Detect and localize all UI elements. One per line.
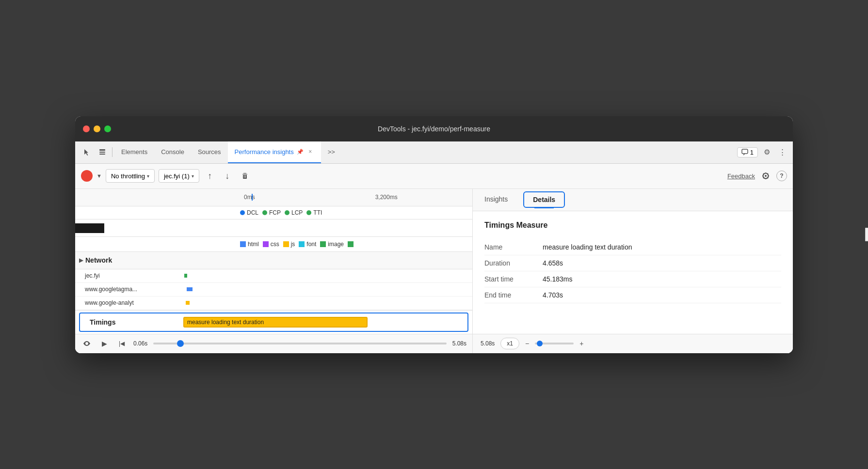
- close-button[interactable]: [83, 125, 90, 132]
- css-label: css: [271, 241, 279, 248]
- settings-icon[interactable]: ⚙: [760, 145, 773, 159]
- toolbar-help-icon[interactable]: ?: [776, 171, 787, 181]
- tab-console[interactable]: Console: [154, 141, 191, 163]
- legend-area: html css js font: [75, 237, 472, 252]
- zoom-in-icon[interactable]: +: [579, 340, 583, 347]
- fcp-label: FCP: [269, 209, 281, 216]
- throttling-select[interactable]: No throttling ▾: [106, 169, 155, 183]
- minimize-button[interactable]: [94, 125, 100, 132]
- legend-html: html: [240, 241, 259, 248]
- more-icon[interactable]: ⋮: [775, 145, 789, 159]
- network-item-name: jec.fyi: [85, 272, 182, 279]
- font-color: [299, 241, 305, 247]
- timings-section[interactable]: Timings measure loading text duration: [79, 313, 468, 332]
- svg-rect-3: [742, 149, 748, 154]
- devtools-window: DevTools - jec.fyi/demo/perf-measure Ele…: [75, 116, 793, 353]
- inspect-icon[interactable]: [95, 144, 110, 160]
- list-item[interactable]: www.googletagma...: [75, 283, 472, 297]
- throttling-arrow: ▾: [147, 173, 149, 179]
- chat-badge[interactable]: 1: [737, 147, 758, 157]
- lcp-label: LCP: [291, 209, 303, 216]
- right-bottom-bar: 5.08s x1 − +: [473, 334, 793, 353]
- throttling-label: No throttling: [111, 172, 145, 180]
- timeline-bar: [75, 219, 472, 237]
- timing-bar-text: measure loading text duration: [187, 319, 264, 326]
- tab-insights[interactable]: Insights: [473, 188, 519, 211]
- other-color: [348, 241, 354, 247]
- tab-elements[interactable]: Elements: [114, 141, 154, 163]
- svg-rect-2: [99, 154, 105, 155]
- details-table: Name measure loading text duration Durat…: [484, 239, 781, 303]
- list-item[interactable]: www.google-analyt: [75, 297, 472, 310]
- milestone-tti: TTI: [306, 209, 322, 216]
- speed-label: x1: [507, 340, 513, 347]
- target-select[interactable]: jec.fyi (1) ▾: [159, 169, 199, 183]
- record-dropdown[interactable]: ▼: [96, 173, 102, 179]
- bottom-bar: ▶ |◀ 0.06s 5.08s: [75, 334, 472, 353]
- speed-pill[interactable]: x1: [500, 338, 519, 349]
- html-label: html: [248, 241, 259, 248]
- zoom-thumb[interactable]: [537, 341, 543, 346]
- network-header: ▶ Network: [75, 252, 472, 269]
- tab-performance-insights[interactable]: Performance insights 📌 ×: [228, 141, 321, 163]
- download-btn[interactable]: ↓: [221, 169, 234, 183]
- target-label: jec.fyi (1): [164, 172, 190, 180]
- details-label: Details: [533, 196, 555, 203]
- time-end-label: 5.08s: [452, 340, 466, 347]
- maximize-button[interactable]: [104, 125, 111, 132]
- eye-btn[interactable]: [81, 338, 93, 349]
- details-val-duration: 4.658s: [543, 259, 781, 267]
- tab-details[interactable]: Details: [523, 191, 565, 208]
- details-val-start: 45.183ms: [543, 275, 781, 283]
- list-item[interactable]: jec.fyi: [75, 269, 472, 283]
- timings-row: Timings measure loading text duration: [80, 313, 467, 331]
- legend-other: [348, 241, 354, 247]
- left-panel: 0ms 3,200ms DCL FCP: [75, 189, 473, 353]
- timeline-slider[interactable]: [153, 343, 446, 344]
- network-section: ▶ Network jec.fyi www.googletagma...: [75, 252, 472, 311]
- feedback-link[interactable]: Feedback: [727, 172, 755, 180]
- details-val-end: 4.703s: [543, 291, 781, 299]
- tti-label: TTI: [313, 209, 322, 216]
- delete-btn[interactable]: [238, 169, 252, 183]
- tti-dot: [306, 210, 311, 215]
- js-label: js: [291, 241, 295, 248]
- timing-bar[interactable]: measure loading text duration: [183, 317, 368, 328]
- skip-start-btn[interactable]: |◀: [116, 338, 128, 349]
- devtools-body: Elements Console Sources Performance ins…: [75, 141, 793, 353]
- record-button[interactable]: [81, 170, 93, 182]
- right-time-label: 5.08s: [481, 340, 495, 347]
- right-tabs: Insights Details: [473, 189, 793, 211]
- timeline-block: [75, 223, 104, 233]
- cursor-icon[interactable]: [79, 144, 95, 160]
- svg-point-4: [765, 175, 767, 177]
- network-expand-icon[interactable]: ▶: [79, 257, 83, 264]
- image-label: image: [328, 241, 344, 248]
- toolbar-right: Feedback ?: [727, 169, 787, 183]
- zoom-out-icon[interactable]: −: [525, 340, 529, 347]
- toolbar-settings-icon[interactable]: [759, 169, 772, 183]
- time-start-label: 0.06s: [133, 340, 147, 347]
- details-row-duration: Duration 4.658s: [484, 255, 781, 271]
- timeline-thumb[interactable]: [177, 340, 184, 347]
- timeline-cursor: [252, 194, 253, 201]
- timings-bar-area: measure loading text duration: [181, 315, 464, 329]
- zoom-slider[interactable]: [535, 343, 574, 344]
- details-content: Timings Measure Name measure loading tex…: [473, 211, 793, 334]
- font-label: font: [306, 241, 316, 248]
- lcp-dot: [285, 210, 289, 215]
- time-end: 3,200ms: [375, 194, 398, 201]
- details-val-name: measure loading text duration: [543, 243, 781, 251]
- network-bar: [184, 274, 187, 278]
- upload-btn[interactable]: ↑: [203, 169, 217, 183]
- tab-more[interactable]: >>: [321, 141, 342, 163]
- tab-close-btn[interactable]: ×: [306, 148, 314, 156]
- legend-css: css: [263, 241, 279, 248]
- details-key-start: Start time: [484, 275, 543, 283]
- tab-divider: [112, 147, 113, 157]
- details-key-end: End time: [484, 291, 543, 299]
- play-btn[interactable]: ▶: [98, 338, 110, 349]
- details-row-end: End time 4.703s: [484, 287, 781, 303]
- css-color: [263, 241, 269, 247]
- tab-sources[interactable]: Sources: [191, 141, 228, 163]
